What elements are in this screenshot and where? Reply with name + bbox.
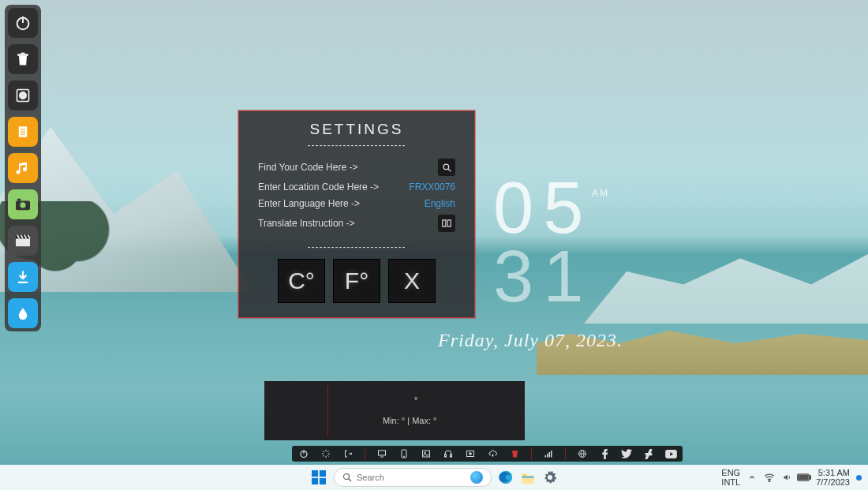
music-icon xyxy=(15,160,31,176)
svg-rect-42 xyxy=(551,451,552,458)
launcher-youtube[interactable] xyxy=(665,448,676,459)
tray-language[interactable]: ENG INTL xyxy=(721,468,740,487)
svg-line-26 xyxy=(324,455,325,457)
globe-icon xyxy=(578,449,587,458)
celsius-button[interactable]: C° xyxy=(278,259,325,303)
power-icon xyxy=(299,449,309,458)
windows-taskbar: ENG INTL 5:31 AM 7/7/2023 xyxy=(0,465,868,490)
folder-icon xyxy=(521,471,535,484)
dock-document[interactable] xyxy=(8,117,38,147)
svg-rect-50 xyxy=(312,478,318,484)
loading-icon xyxy=(321,449,331,458)
dock-disk[interactable] xyxy=(8,80,38,110)
youtube-icon xyxy=(665,450,677,458)
svg-rect-40 xyxy=(547,454,548,458)
fahrenheit-button[interactable]: F° xyxy=(333,259,380,303)
svg-rect-51 xyxy=(320,478,326,484)
dock-music[interactable] xyxy=(8,153,38,183)
launcher-globe[interactable] xyxy=(577,448,588,459)
svg-point-16 xyxy=(443,164,449,170)
launcher-twitter[interactable] xyxy=(621,448,632,459)
launcher-trash[interactable] xyxy=(509,448,520,459)
dock-trash[interactable] xyxy=(8,44,38,74)
edge-icon xyxy=(499,470,513,484)
trash-icon xyxy=(511,449,519,458)
location-value[interactable]: FRXX0076 xyxy=(409,181,455,193)
clock-minutes: 31 xyxy=(493,242,593,311)
windows-icon xyxy=(312,470,326,484)
launcher-loading[interactable] xyxy=(320,448,331,459)
launcher-phone[interactable] xyxy=(398,448,410,459)
svg-rect-41 xyxy=(548,452,550,458)
tray-notification-indicator[interactable] xyxy=(856,475,862,481)
search-input[interactable] xyxy=(357,473,466,482)
svg-point-57 xyxy=(769,481,770,482)
trash-icon xyxy=(15,51,31,67)
left-dock xyxy=(5,5,41,331)
clock-hours: 05 xyxy=(493,174,593,242)
bing-icon xyxy=(470,471,483,484)
dock-power[interactable] xyxy=(8,8,38,38)
taskbar-edge[interactable] xyxy=(498,469,514,485)
svg-line-17 xyxy=(448,169,451,171)
desktop: SETTINGS ------------------------- Find … xyxy=(0,0,868,490)
close-button[interactable]: X xyxy=(388,259,436,303)
translate-label: Translate Instruction -> xyxy=(258,218,355,229)
location-label: Enter Location Code Here -> xyxy=(258,181,379,193)
weather-divider xyxy=(327,386,328,436)
launcher-signal[interactable] xyxy=(543,448,554,459)
water-icon xyxy=(16,305,30,321)
headphones-icon xyxy=(443,449,453,458)
start-button[interactable] xyxy=(310,469,327,486)
search-code-button[interactable] xyxy=(438,159,455,176)
launcher-monitor[interactable] xyxy=(376,448,387,459)
tray-wifi[interactable] xyxy=(764,472,775,483)
svg-rect-56 xyxy=(522,477,534,478)
tray-time: 5:31 AM xyxy=(818,468,850,477)
svg-rect-49 xyxy=(320,470,326,477)
clock-ampm: AM xyxy=(592,188,609,199)
taskbar-search[interactable] xyxy=(334,468,492,487)
launcher-deviantart[interactable] xyxy=(643,448,654,459)
launcher-video[interactable] xyxy=(465,448,476,459)
launcher-power[interactable] xyxy=(298,448,309,459)
tray-lang1: ENG xyxy=(721,468,740,477)
tray-volume[interactable] xyxy=(781,472,792,483)
launcher-facebook[interactable] xyxy=(599,448,610,459)
row-language: Enter Language Here -> English xyxy=(258,198,455,209)
volume-icon xyxy=(782,473,792,482)
row-translate: Translate Instruction -> xyxy=(258,215,455,232)
find-code-label: Find Your Code Here -> xyxy=(258,162,357,173)
system-tray: ENG INTL 5:31 AM 7/7/2023 xyxy=(721,468,862,487)
launcher-headphones[interactable] xyxy=(443,448,454,459)
svg-rect-39 xyxy=(544,455,546,458)
svg-rect-14 xyxy=(16,238,30,246)
tray-chevron[interactable] xyxy=(746,472,758,483)
dock-camera[interactable] xyxy=(8,189,38,219)
taskbar-settings[interactable] xyxy=(542,469,558,485)
svg-point-12 xyxy=(20,202,25,208)
language-value[interactable]: English xyxy=(425,198,455,209)
tray-lang2: INTL xyxy=(721,477,740,487)
svg-rect-59 xyxy=(810,476,810,479)
tray-battery[interactable] xyxy=(799,472,810,483)
tray-clock[interactable]: 5:31 AM 7/7/2023 xyxy=(816,468,850,487)
svg-rect-13 xyxy=(17,199,21,201)
launcher-image[interactable] xyxy=(421,448,432,459)
unit-row: C° F° X xyxy=(258,259,455,303)
dock-download[interactable] xyxy=(8,262,38,292)
tray-date: 7/7/2023 xyxy=(816,477,850,487)
camera-icon xyxy=(14,197,32,211)
dock-video[interactable] xyxy=(8,226,38,256)
launcher-cloud[interactable] xyxy=(487,448,498,459)
taskbar-explorer[interactable] xyxy=(520,469,536,485)
language-label: Enter Language Here -> xyxy=(258,198,360,209)
dock-water[interactable] xyxy=(8,298,38,328)
launcher-logout[interactable] xyxy=(342,448,354,459)
video-icon xyxy=(466,449,475,458)
separator xyxy=(365,448,365,459)
translate-button[interactable] xyxy=(438,215,455,232)
twitter-icon xyxy=(621,449,632,458)
image-icon xyxy=(421,449,431,458)
svg-rect-3 xyxy=(21,53,25,54)
